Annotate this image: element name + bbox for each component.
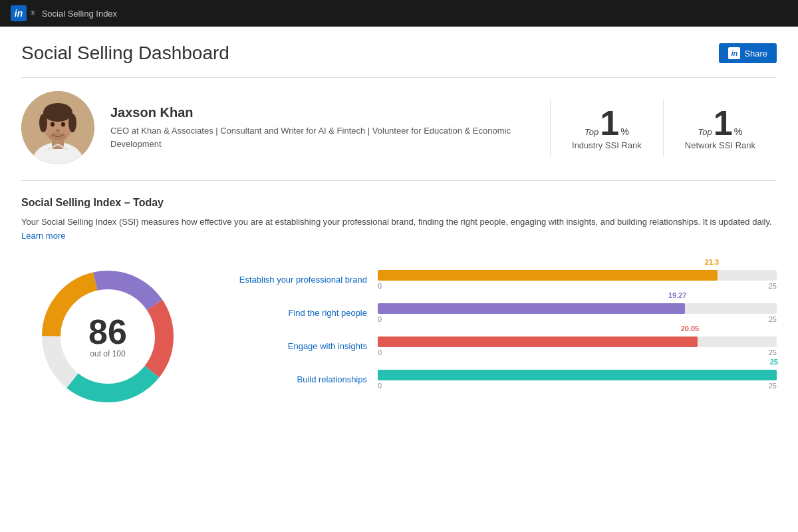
linkedin-share-icon: in: [728, 47, 740, 59]
bar-name-1: Find the right people: [221, 308, 367, 318]
bar-name-3: Build relationships: [221, 374, 367, 384]
bar-track-wrapper-3: 25 0 25: [378, 370, 777, 390]
bar-value-label-1: 19.27: [668, 291, 687, 299]
network-rank-label: Network SSI Rank: [685, 140, 755, 150]
bar-track-wrapper-0: 21.3 0 25: [378, 270, 777, 290]
bar-inner-0: Establish your professional brand 21.3 0…: [221, 270, 777, 290]
bar-row-3: Build relationships 25 0 25: [221, 370, 777, 390]
bar-scale-2: 0 25: [378, 348, 777, 356]
linkedin-logo: in ®: [11, 5, 35, 21]
bar-inner-1: Find the right people 19.27 0 25: [221, 303, 777, 323]
profile-section: Jaxson Khan CEO at Khan & Associates | C…: [21, 91, 777, 181]
bar-fill-1: 19.27: [378, 303, 685, 314]
bar-fill-3: 25: [378, 370, 777, 380]
learn-more-link[interactable]: Learn more: [21, 231, 65, 241]
profile-name: Jaxson Khan: [110, 105, 534, 120]
bar-name-0: Establish your professional brand: [221, 275, 367, 285]
ssi-description: Your Social Selling Index (SSI) measures…: [21, 215, 777, 243]
bar-value-label-0: 21.3: [705, 258, 719, 266]
avatar-svg: [21, 91, 94, 164]
industry-rank: Top 1 % Industry SSI Rank: [550, 99, 663, 157]
bar-scale-3: 0 25: [378, 382, 777, 390]
profile-headline: CEO at Khan & Associates | Consultant an…: [110, 124, 534, 150]
header-divider: [21, 77, 777, 78]
svg-point-10: [49, 132, 66, 140]
page-title: Social Selling Dashboard: [21, 43, 229, 64]
bar-row-1: Find the right people 19.27 0 25: [221, 303, 777, 323]
bar-name-2: Engage with insights: [221, 341, 367, 351]
page-content: Social Selling Dashboard in Share: [0, 27, 798, 439]
ssi-title: Social Selling Index – Today: [21, 197, 777, 209]
avatar: [21, 91, 94, 164]
donut-chart: 86 out of 100: [35, 263, 181, 410]
svg-point-7: [51, 122, 55, 127]
network-rank-top-label: Top: [698, 127, 712, 137]
bars-section: Establish your professional brand 21.3 0…: [221, 263, 777, 390]
linkedin-icon: in: [11, 5, 27, 21]
bar-scale-1: 0 25: [378, 315, 777, 323]
network-rank-percent: %: [734, 126, 742, 137]
bar-track-0: 21.3: [378, 270, 777, 281]
industry-rank-percent: %: [620, 126, 628, 137]
profile-info: Jaxson Khan CEO at Khan & Associates | C…: [110, 105, 534, 150]
bar-value-label-2: 20.05: [681, 325, 700, 332]
reg-symbol: ®: [31, 10, 35, 17]
svg-point-8: [61, 122, 65, 127]
bar-fill-0: 21.3: [378, 270, 718, 281]
bar-track-2: 20.05: [378, 336, 777, 347]
svg-point-6: [68, 114, 76, 132]
bar-value-label-3: 25: [770, 358, 778, 366]
bar-inner-2: Engage with insights 20.05 0 25: [221, 336, 777, 356]
industry-rank-label: Industry SSI Rank: [572, 140, 642, 150]
bar-row-2: Engage with insights 20.05 0 25: [221, 336, 777, 356]
bar-scale-0: 0 25: [378, 282, 777, 290]
bar-fill-2: 20.05: [378, 336, 698, 347]
bar-track-wrapper-2: 20.05 0 25: [378, 336, 777, 356]
svg-point-9: [56, 129, 60, 132]
rank-section: Top 1 % Industry SSI Rank Top 1 % Networ…: [550, 99, 777, 157]
bar-track-3: 25: [378, 370, 777, 380]
share-label: Share: [744, 49, 767, 59]
bar-track-wrapper-1: 19.27 0 25: [378, 303, 777, 323]
network-rank-number: 1: [714, 106, 733, 140]
network-rank: Top 1 % Network SSI Rank: [663, 99, 777, 157]
donut-center: 86 out of 100: [88, 315, 127, 358]
topbar: in ® Social Selling Index: [0, 0, 798, 27]
score-bars-section: 86 out of 100 Establish your professiona…: [21, 263, 777, 423]
share-button[interactable]: in Share: [719, 43, 777, 63]
topbar-title: Social Selling Index: [42, 9, 117, 19]
page-header: Social Selling Dashboard in Share: [21, 43, 777, 64]
industry-rank-top-label: Top: [585, 127, 598, 137]
donut-score: 86: [88, 315, 127, 349]
bar-track-1: 19.27: [378, 303, 777, 314]
bar-row-0: Establish your professional brand 21.3 0…: [221, 270, 777, 290]
ssi-section: Social Selling Index – Today Your Social…: [21, 197, 777, 243]
industry-rank-number: 1: [600, 106, 619, 140]
svg-point-5: [39, 114, 47, 132]
donut-label: out of 100: [88, 349, 127, 358]
bar-inner-3: Build relationships 25 0 25: [221, 370, 777, 390]
svg-point-4: [43, 103, 72, 122]
